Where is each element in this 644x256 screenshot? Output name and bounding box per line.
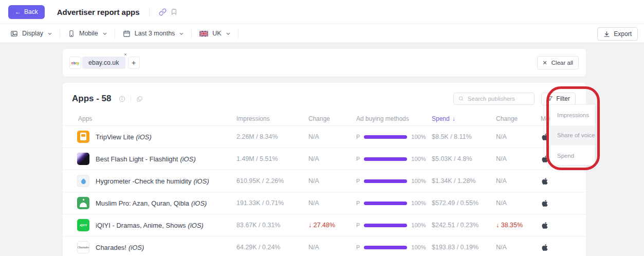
spend-value: $1.34K / 1.28% [427,177,491,185]
ad-buying-percent: 100% [411,178,426,184]
platform-label: (iOS) [191,199,207,207]
filter-dropdown: ImpressionsShare of voiceSpend [550,104,595,166]
app-icon [77,131,89,143]
apple-icon [542,177,548,185]
table-row[interactable]: Best Flash Light - Flashlight(iOS) 1.49M… [63,148,586,170]
ad-buying-cell: P 100% [351,200,427,206]
app-name: Muslim Pro: Azan, Quran, Qibla(iOS) [96,199,207,207]
advertiser-chip[interactable]: ebay.co.uk × [82,57,125,69]
page-content: ebay ebay.co.uk × + ✕ Clear all Apps - 5… [0,43,644,256]
clear-all-button[interactable]: ✕ Clear all [537,56,579,69]
info-icon[interactable] [117,94,127,104]
impressions-value: 1.49M / 5.51% [231,155,303,162]
ad-buying-bar [364,202,407,205]
sort-desc-icon: ↓ [452,115,455,122]
column-header-impressions[interactable]: Impressions [231,115,303,122]
ad-buying-percent: 100% [411,134,426,140]
mobile-cell [536,222,586,229]
add-advertiser-button[interactable]: + [128,57,140,69]
filter-dropdown-item[interactable]: Impressions [550,105,595,125]
table-row[interactable]: Hygrometer -Check the humidity(iOS) 610.… [63,170,586,192]
apps-table-card: Apps - 58 [63,83,586,256]
table-row[interactable]: iQIYI iQIYI - Dramas, Anime, Shows(iOS) … [63,214,586,236]
chevron-down-icon [226,32,230,35]
mobile-cell [536,199,586,207]
chevron-down-icon [48,32,52,35]
smartphone-icon [68,30,75,38]
change-value: N/A [303,155,351,162]
ad-buying-cell: P 100% [351,156,427,162]
column-header-ad-buying-methods[interactable]: Ad buying methods [351,115,427,122]
column-header-change[interactable]: Change [303,115,351,122]
apple-icon [542,155,548,163]
chevron-down-icon [179,32,183,35]
search-publishers-input[interactable] [468,96,530,102]
export-button[interactable]: Export [597,27,638,41]
spend-value: $572.49 / 0.55% [427,199,491,207]
table-row[interactable]: Muslim Pro: Azan, Quran, Qibla(iOS) 191.… [63,192,586,214]
ad-buying-cell: P 100% [351,244,427,250]
impressions-value: 610.95K / 2.26% [231,177,303,185]
remove-chip-icon[interactable]: × [124,52,126,57]
funnel-icon [547,96,553,102]
display-filter[interactable]: Display [10,30,60,38]
apple-icon [542,199,548,207]
spend-value: $193.83 / 0.19% [427,244,491,251]
change-value: N/A [303,199,351,207]
ad-buying-percent: 100% [411,222,426,228]
apple-icon [542,222,548,229]
copy-icon[interactable] [134,94,145,104]
programmatic-label: P [356,156,360,162]
back-button[interactable]: ← Back [8,5,45,19]
impressions-value: 2.26M / 8.34% [231,133,303,140]
app-name: iQIYI - Dramas, Anime, Shows(iOS) [96,222,204,229]
impressions-value: 83.67K / 0.31% [231,222,303,229]
column-header-spend-change[interactable]: Change [491,115,536,122]
chevron-down-icon [103,32,107,35]
change-value: ↓ 27.48% [303,222,351,229]
apps-count-title: Apps - 58 [72,94,112,104]
ebay-favicon: ebay [69,57,81,69]
platform-label: (iOS) [188,222,204,229]
app-icon: iQIYI [77,219,89,231]
table-row[interactable]: TripView Lite(iOS) 2.26M / 8.34% N/A P 1… [63,126,586,148]
filter-dropdown-item[interactable]: Spend [550,145,595,166]
device-filter[interactable]: Mobile [60,30,115,38]
ad-buying-cell: P 100% [351,134,427,140]
download-icon [603,31,610,38]
impressions-value: 191.33K / 0.71% [231,199,303,207]
country-filter[interactable]: UK [192,30,237,37]
column-header-spend[interactable]: Spend ↓ [427,115,491,122]
share-link-icon[interactable] [157,6,169,18]
filter-dropdown-item[interactable]: Share of voice [550,125,595,146]
programmatic-label: P [356,134,360,140]
spend-value: $8.5K / 8.11% [427,133,491,140]
filter-button[interactable]: Filter [541,93,576,105]
app-name: Charades!(iOS) [96,244,144,251]
ad-buying-percent: 100% [411,244,426,250]
impressions-value: 64.29K / 0.24% [231,244,303,251]
table-header-row: Apps Impressions Change Ad buying method… [63,112,586,126]
top-bar: ← Back Advertiser report apps [0,0,644,24]
column-header-apps[interactable]: Apps [72,115,231,122]
table-row[interactable]: Charades Charades!(iOS) 64.29K / 0.24% N… [63,236,586,256]
image-icon [10,30,18,38]
table-body: TripView Lite(iOS) 2.26M / 8.34% N/A P 1… [63,126,586,256]
filters-toolbar: Display Mobile Last 3 months UK [0,24,644,43]
app-name: TripView Lite(iOS) [96,133,152,141]
ad-buying-bar [364,179,407,183]
calendar-icon [123,30,131,38]
bookmark-icon[interactable] [169,6,179,17]
divider [149,7,150,16]
search-icon [458,96,464,102]
platform-label: (iOS) [193,177,209,185]
spend-change-value: N/A [491,155,536,162]
app-icon [77,153,89,165]
programmatic-label: P [356,178,360,184]
programmatic-label: P [356,200,360,206]
change-value: N/A [303,133,351,140]
ad-buying-cell: P 100% [351,178,427,184]
ad-buying-percent: 100% [411,156,426,162]
app-icon: Charades [77,241,89,253]
period-filter[interactable]: Last 3 months [115,30,192,38]
